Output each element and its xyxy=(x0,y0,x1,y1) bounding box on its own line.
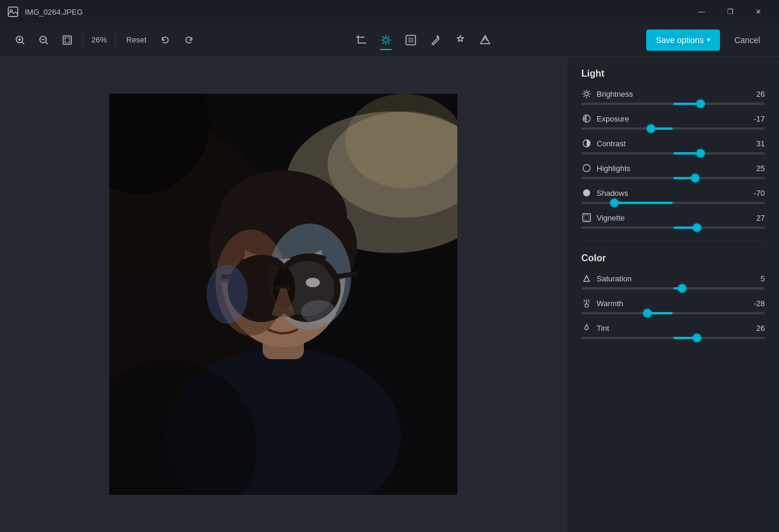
shadows-label: Shadows xyxy=(597,189,628,198)
tint-header: Tint 26 xyxy=(581,323,765,333)
vignette-thumb[interactable] xyxy=(693,224,701,232)
highlights-slider[interactable] xyxy=(581,177,765,179)
saturation-label: Saturation xyxy=(597,274,631,283)
photo-canvas xyxy=(109,94,457,495)
maximize-button[interactable]: ❐ xyxy=(716,0,744,24)
svg-rect-4 xyxy=(63,36,71,44)
center-tools xyxy=(350,29,496,51)
vignette-label: Vignette xyxy=(597,214,624,222)
reset-button[interactable]: Reset xyxy=(120,31,152,50)
warmth-thumb[interactable] xyxy=(643,309,652,317)
brightness-thumb[interactable] xyxy=(696,100,705,108)
shadows-header: Shadows -70 xyxy=(581,188,765,198)
light-tool-button[interactable] xyxy=(375,29,397,51)
shadows-value: -70 xyxy=(747,189,765,198)
saturation-icon xyxy=(581,273,592,284)
zoom-out-button[interactable] xyxy=(33,29,54,51)
toolbar: 26% Reset xyxy=(0,24,779,57)
svg-point-26 xyxy=(306,278,320,287)
cancel-button[interactable]: Cancel xyxy=(725,29,770,51)
warmth-group: Warmth -28 xyxy=(581,298,765,314)
shadows-slider[interactable] xyxy=(581,202,765,204)
tint-label: Tint xyxy=(597,324,609,333)
retouch-tool-button[interactable] xyxy=(449,29,472,51)
save-options-button[interactable]: Save options ▾ xyxy=(646,29,720,51)
close-button[interactable]: ✕ xyxy=(745,0,772,24)
vignette-group: Vignette 27 xyxy=(581,212,765,229)
zoom-in-button[interactable] xyxy=(9,29,31,51)
svg-point-33 xyxy=(207,265,248,324)
shadows-thumb[interactable] xyxy=(610,199,618,207)
save-options-label: Save options xyxy=(656,35,703,45)
light-section-title: Light xyxy=(581,68,765,79)
divider-1 xyxy=(83,33,83,47)
contrast-thumb[interactable] xyxy=(696,149,705,157)
contrast-icon xyxy=(581,138,592,149)
svg-point-34 xyxy=(585,92,588,96)
right-tools: Save options ▾ Cancel xyxy=(646,29,770,51)
app-icon xyxy=(7,6,19,18)
fit-view-button[interactable] xyxy=(57,29,78,51)
exposure-group: Exposure -17 xyxy=(581,113,765,130)
svg-point-37 xyxy=(583,165,590,172)
saturation-thumb[interactable] xyxy=(678,284,686,293)
saturation-header: Saturation 5 xyxy=(581,273,765,284)
brightness-group: Brightness 26 xyxy=(581,88,765,105)
saturation-value: 5 xyxy=(747,274,765,283)
vignette-header: Vignette 27 xyxy=(581,212,765,223)
vignette-icon xyxy=(581,212,592,223)
photo-container xyxy=(109,94,457,495)
brightness-slider[interactable] xyxy=(581,103,765,105)
saturation-group: Saturation 5 xyxy=(581,273,765,290)
highlights-thumb[interactable] xyxy=(691,174,699,182)
warmth-icon xyxy=(581,298,592,308)
exposure-value: -17 xyxy=(747,114,765,123)
divider-2 xyxy=(115,33,116,47)
exposure-icon xyxy=(581,113,592,124)
contrast-slider[interactable] xyxy=(581,152,765,155)
color-section-title: Color xyxy=(581,253,765,264)
contrast-header: Contrast 31 xyxy=(581,138,765,149)
shadows-icon xyxy=(581,188,592,198)
highlights-label: Highlights xyxy=(597,164,630,173)
contrast-label: Contrast xyxy=(597,139,626,148)
highlights-header: Highlights 25 xyxy=(581,163,765,173)
warmth-value: -28 xyxy=(747,299,765,308)
svg-point-29 xyxy=(301,300,336,324)
adjust-tool-button[interactable] xyxy=(400,29,422,51)
exposure-slider[interactable] xyxy=(581,127,765,130)
exposure-header: Exposure -17 xyxy=(581,113,765,124)
zoom-level: 26% xyxy=(88,35,110,44)
tint-value: 26 xyxy=(747,324,765,333)
right-panel: Light Brightness 26 xyxy=(567,57,779,532)
draw-tool-button[interactable] xyxy=(424,29,447,51)
redo-button[interactable] xyxy=(178,29,199,51)
brightness-icon xyxy=(581,88,592,99)
svg-point-38 xyxy=(583,189,590,196)
filter-tool-button[interactable] xyxy=(474,29,496,51)
warmth-slider[interactable] xyxy=(581,312,765,314)
contrast-value: 31 xyxy=(747,139,765,148)
title-bar: IMG_0264.JPEG — ❐ ✕ xyxy=(0,0,779,24)
window-controls: — ❐ ✕ xyxy=(688,0,772,24)
crop-tool-button[interactable] xyxy=(350,29,372,51)
main-content: Light Brightness 26 xyxy=(0,57,779,532)
undo-button[interactable] xyxy=(155,29,176,51)
saturation-slider[interactable] xyxy=(581,287,765,290)
warmth-label: Warmth xyxy=(597,299,623,308)
brightness-label: Brightness xyxy=(597,90,633,98)
exposure-thumb[interactable] xyxy=(647,124,655,133)
exposure-label: Exposure xyxy=(597,114,629,123)
tint-thumb[interactable] xyxy=(693,334,701,342)
image-area xyxy=(0,57,567,532)
contrast-group: Contrast 31 xyxy=(581,138,765,155)
svg-point-5 xyxy=(384,38,388,42)
minimize-button[interactable]: — xyxy=(688,0,715,24)
vignette-slider[interactable] xyxy=(581,226,765,229)
highlights-group: Highlights 25 xyxy=(581,163,765,179)
svg-rect-0 xyxy=(8,7,18,17)
tint-slider[interactable] xyxy=(581,337,765,339)
brightness-header: Brightness 26 xyxy=(581,88,765,99)
highlights-value: 25 xyxy=(747,164,765,173)
chevron-down-icon: ▾ xyxy=(707,36,711,44)
